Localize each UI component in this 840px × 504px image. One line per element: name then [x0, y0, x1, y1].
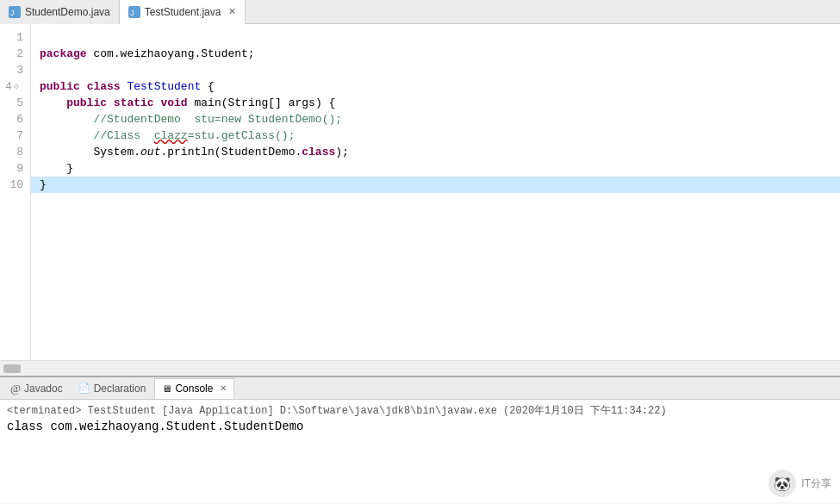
console-content: <terminated> TestStudent [Java Applicati… — [0, 400, 840, 502]
horizontal-scrollbar[interactable] — [0, 360, 840, 376]
editor-tab-bar: J StudentDemo.java J TestStudent.java ✕ — [0, 0, 840, 24]
tab-console[interactable]: 🖥 Console ✕ — [154, 378, 234, 399]
bottom-panel: @ Javadoc 📄 Declaration 🖥 Console ✕ <ter… — [0, 376, 840, 502]
tab-javadoc[interactable]: @ Javadoc — [3, 378, 70, 399]
console-icon: 🖥 — [162, 383, 171, 394]
javadoc-icon: @ — [10, 382, 21, 395]
tab-declaration-label: Declaration — [94, 383, 146, 395]
scrollbar-thumb[interactable] — [3, 364, 21, 373]
tab-declaration[interactable]: 📄 Declaration — [72, 378, 153, 399]
tab-studentdemo[interactable]: J StudentDemo.java — [0, 0, 120, 24]
watermark: 🐼 IT分享 — [768, 470, 831, 497]
watermark-text: IT分享 — [801, 476, 831, 491]
editor-area: 1 2 3 4◇ 5 6 7 8 9 10 package com.weizha… — [0, 24, 840, 360]
java-icon: J — [9, 6, 21, 18]
watermark-logo: 🐼 — [768, 470, 796, 497]
declaration-icon: 📄 — [78, 383, 90, 394]
tab-teststudent-close[interactable]: ✕ — [228, 6, 236, 17]
tab-teststudent[interactable]: J TestStudent.java ✕ — [120, 0, 246, 24]
console-terminated-line: <terminated> TestStudent [Java Applicati… — [7, 403, 833, 418]
tab-javadoc-label: Javadoc — [24, 383, 63, 395]
svg-text:J: J — [10, 9, 15, 17]
svg-text:J: J — [130, 9, 134, 17]
tab-console-label: Console — [175, 383, 213, 395]
code-editor[interactable]: package com.weizhaoyang.Student; public … — [31, 24, 840, 360]
tab-console-close[interactable]: ✕ — [220, 383, 227, 393]
console-output-line: class com.weizhaoyang.Student.StudentDem… — [7, 420, 833, 433]
line-numbers: 1 2 3 4◇ 5 6 7 8 9 10 — [0, 24, 31, 360]
tab-studentdemo-label: StudentDemo.java — [25, 6, 110, 18]
tab-teststudent-label: TestStudent.java — [145, 6, 221, 18]
bottom-tab-bar: @ Javadoc 📄 Declaration 🖥 Console ✕ — [0, 377, 840, 400]
java-icon-2: J — [128, 6, 140, 18]
